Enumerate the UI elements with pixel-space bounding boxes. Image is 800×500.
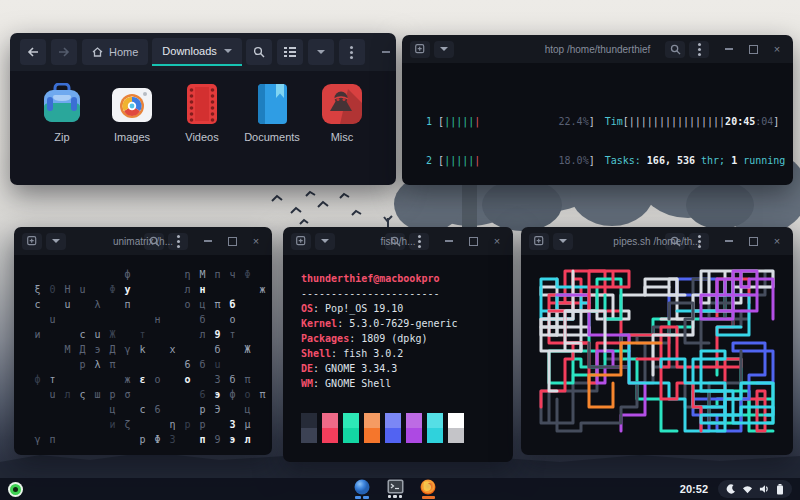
folder-item-videos[interactable]: Videos bbox=[170, 81, 234, 185]
matrix-glyph: π bbox=[240, 374, 255, 389]
folder-item-misc[interactable]: Misc bbox=[310, 81, 374, 185]
matrix-glyph bbox=[30, 344, 45, 359]
matrix-glyph: н bbox=[195, 284, 210, 299]
matrix-glyph: о bbox=[150, 374, 165, 389]
matrix-glyph: Φ bbox=[150, 434, 165, 449]
matrix-glyph bbox=[135, 359, 150, 374]
matrix-glyph: З bbox=[210, 374, 225, 389]
system-info-row: Packages: 1809 (dpkg) bbox=[301, 331, 513, 346]
close-button[interactable]: × bbox=[489, 233, 505, 249]
folder-item-zip[interactable]: Zip bbox=[30, 81, 94, 185]
matrix-glyph bbox=[30, 314, 45, 329]
minimize-button[interactable] bbox=[721, 233, 737, 249]
matrix-glyph bbox=[165, 389, 180, 404]
matrix-glyph bbox=[255, 434, 270, 449]
minimize-button[interactable] bbox=[721, 41, 737, 57]
minimize-button[interactable] bbox=[200, 233, 216, 249]
matrix-glyph: γ bbox=[120, 344, 135, 359]
new-tab-button[interactable] bbox=[410, 41, 430, 58]
htop-text-segment: thr; bbox=[695, 155, 731, 166]
system-info-row: WM: GNOME Shell bbox=[301, 376, 513, 391]
maximize-button[interactable] bbox=[465, 233, 481, 249]
matrix-glyph: 6 bbox=[180, 359, 195, 374]
matrix-glyph bbox=[165, 404, 180, 419]
search-button[interactable] bbox=[665, 41, 685, 58]
minimize-button[interactable] bbox=[378, 44, 394, 60]
tab-dropdown-button[interactable] bbox=[315, 233, 335, 250]
maximize-button[interactable] bbox=[745, 41, 761, 57]
dock-app-terminal[interactable] bbox=[385, 479, 405, 499]
new-tab-button[interactable] bbox=[529, 233, 549, 250]
running-indicator bbox=[355, 496, 369, 499]
taskbar: 20:52 bbox=[0, 478, 800, 500]
new-tab-icon bbox=[534, 236, 545, 246]
matrix-glyph bbox=[105, 434, 120, 449]
matrix-glyph: М bbox=[60, 344, 75, 359]
matrix-glyph bbox=[90, 404, 105, 419]
matrix-glyph: 9 bbox=[210, 434, 225, 449]
new-tab-button[interactable] bbox=[22, 233, 42, 250]
info-label: Shell bbox=[301, 348, 331, 359]
htop-stats-column: Tim[||||||||||||||||20:45:04] Tasks: 166… bbox=[605, 89, 786, 185]
indicator-bar bbox=[363, 496, 369, 499]
close-button[interactable]: × bbox=[248, 233, 264, 249]
workspace-indicator-icon[interactable] bbox=[8, 482, 23, 497]
view-options-button[interactable] bbox=[308, 39, 334, 65]
matrix-glyph: u bbox=[60, 299, 75, 314]
matrix-glyph bbox=[135, 299, 150, 314]
fish-window: fish /h... × thunderthief@macbookpro ---… bbox=[283, 227, 513, 462]
matrix-glyph: Н bbox=[60, 284, 75, 299]
matrix-glyph bbox=[90, 374, 105, 389]
system-info-row: OS: Pop!_OS 19.10 bbox=[301, 301, 513, 316]
maximize-button[interactable] bbox=[224, 233, 240, 249]
chevron-down-icon bbox=[52, 239, 60, 243]
breadcrumb-home[interactable]: Home bbox=[82, 39, 148, 65]
menu-button[interactable] bbox=[339, 39, 365, 65]
maximize-button[interactable] bbox=[745, 233, 761, 249]
system-info-row: Shell: fish 3.0.2 bbox=[301, 346, 513, 361]
palette-swatch bbox=[385, 413, 401, 443]
matrix-glyph bbox=[150, 269, 165, 284]
matrix-glyph: о bbox=[180, 299, 195, 314]
matrix-glyph: М bbox=[195, 269, 210, 284]
matrix-glyph: ш bbox=[90, 389, 105, 404]
matrix-glyph: μ bbox=[240, 419, 255, 434]
forward-button[interactable] bbox=[51, 39, 77, 65]
tab-dropdown-button[interactable] bbox=[434, 41, 454, 58]
matrix-glyph: б bbox=[195, 359, 210, 374]
dock-app-firefox[interactable] bbox=[418, 479, 438, 499]
matrix-glyph bbox=[150, 419, 165, 434]
htop-text-segment: 22.4% bbox=[559, 116, 589, 127]
matrix-glyph bbox=[75, 434, 90, 449]
view-toggle-button[interactable] bbox=[277, 39, 303, 65]
menu-button[interactable] bbox=[689, 41, 709, 58]
new-tab-icon bbox=[27, 236, 38, 246]
matrix-glyph: п bbox=[210, 269, 225, 284]
close-button[interactable]: × bbox=[769, 41, 785, 57]
new-tab-button[interactable] bbox=[291, 233, 311, 250]
close-button[interactable]: × bbox=[769, 233, 785, 249]
tab-dropdown-button[interactable] bbox=[553, 233, 573, 250]
matrix-glyph bbox=[210, 314, 225, 329]
matrix-glyph bbox=[195, 374, 210, 389]
book-icon bbox=[250, 81, 294, 125]
clock[interactable]: 20:52 bbox=[680, 483, 708, 495]
dock-app-sphere[interactable] bbox=[352, 479, 372, 499]
breadcrumb-downloads[interactable]: Downloads bbox=[152, 38, 241, 66]
matrix-glyph: л bbox=[60, 389, 75, 404]
matrix-glyph bbox=[180, 344, 195, 359]
pipe-segment bbox=[589, 271, 629, 311]
separator: ----------------------- bbox=[301, 286, 513, 301]
matrix-glyph bbox=[180, 404, 195, 419]
folder-item-images[interactable]: Images bbox=[100, 81, 164, 185]
system-tray[interactable] bbox=[718, 480, 792, 498]
matrix-glyph bbox=[45, 269, 60, 284]
search-button[interactable] bbox=[246, 39, 272, 65]
matrix-glyph: u bbox=[210, 359, 225, 374]
matrix-glyph: э bbox=[210, 389, 225, 404]
back-button[interactable] bbox=[20, 39, 46, 65]
minimize-button[interactable] bbox=[441, 233, 457, 249]
folder-item-documents[interactable]: Documents bbox=[240, 81, 304, 185]
tab-dropdown-button[interactable] bbox=[46, 233, 66, 250]
wifi-icon bbox=[742, 485, 753, 494]
